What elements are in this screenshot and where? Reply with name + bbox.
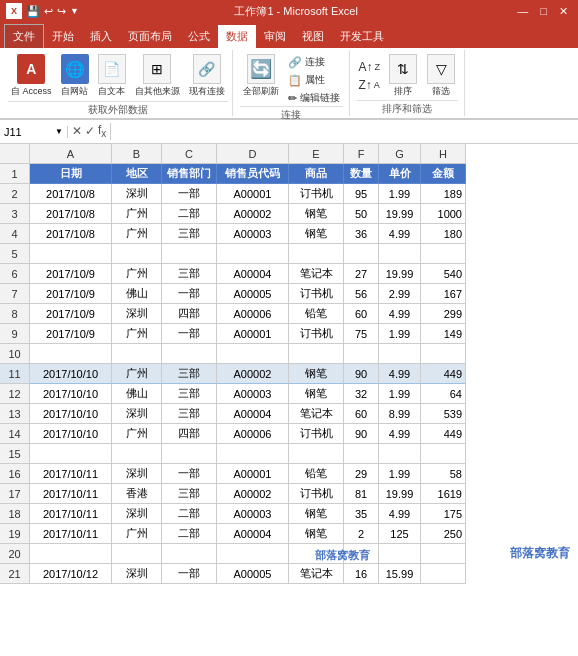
col-header-b[interactable]: B xyxy=(112,144,162,164)
data-cell[interactable]: 2017/10/9 xyxy=(30,264,112,284)
data-cell[interactable]: 一部 xyxy=(162,184,217,204)
data-cell[interactable]: 449 xyxy=(421,364,466,384)
data-cell[interactable]: 4.99 xyxy=(379,504,421,524)
btn-other-sources[interactable]: ⊞ 自其他来源 xyxy=(132,52,183,100)
formula-input[interactable] xyxy=(111,126,578,138)
data-cell[interactable] xyxy=(112,444,162,464)
row-header-13[interactable]: 13 xyxy=(0,404,30,424)
data-cell[interactable]: 90 xyxy=(344,364,379,384)
data-cell[interactable]: 订书机 xyxy=(289,424,344,444)
data-cell[interactable]: 2017/10/8 xyxy=(30,184,112,204)
data-cell[interactable]: 175 xyxy=(421,504,466,524)
data-cell[interactable]: 250 xyxy=(421,524,466,544)
data-cell[interactable]: 8.99 xyxy=(379,404,421,424)
data-cell[interactable]: 佛山 xyxy=(112,384,162,404)
data-cell[interactable]: 地区 xyxy=(112,164,162,184)
data-cell[interactable]: 2017/10/10 xyxy=(30,384,112,404)
data-cell[interactable]: 36 xyxy=(344,224,379,244)
data-cell[interactable] xyxy=(379,444,421,464)
data-cell[interactable]: 1000 xyxy=(421,204,466,224)
btn-sort[interactable]: ⇅ 排序 xyxy=(386,52,420,100)
data-cell[interactable]: A00006 xyxy=(217,304,289,324)
btn-sort-za[interactable]: Z↑ A xyxy=(357,77,383,93)
data-cell[interactable]: 金额 xyxy=(421,164,466,184)
data-cell[interactable]: 64 xyxy=(421,384,466,404)
data-cell[interactable]: 2017/10/9 xyxy=(30,324,112,344)
row-header-8[interactable]: 8 xyxy=(0,304,30,324)
data-cell[interactable]: 一部 xyxy=(162,564,217,584)
data-cell[interactable] xyxy=(344,244,379,264)
data-cell[interactable]: 32 xyxy=(344,384,379,404)
data-cell[interactable]: 三部 xyxy=(162,264,217,284)
data-cell[interactable]: 三部 xyxy=(162,484,217,504)
data-cell[interactable]: 深圳 xyxy=(112,564,162,584)
data-cell[interactable]: 4.99 xyxy=(379,364,421,384)
btn-refresh-all[interactable]: 🔄 全部刷新 xyxy=(240,52,282,100)
data-cell[interactable]: 1.99 xyxy=(379,464,421,484)
row-header-17[interactable]: 17 xyxy=(0,484,30,504)
data-cell[interactable]: 2017/10/11 xyxy=(30,504,112,524)
data-cell[interactable]: 深圳 xyxy=(112,504,162,524)
data-cell[interactable]: 2017/10/8 xyxy=(30,204,112,224)
data-cell[interactable]: 75 xyxy=(344,324,379,344)
data-cell[interactable] xyxy=(421,444,466,464)
data-cell[interactable]: 笔记本 xyxy=(289,404,344,424)
data-cell[interactable]: 二部 xyxy=(162,504,217,524)
data-cell[interactable]: 订书机 xyxy=(289,284,344,304)
row-header-14[interactable]: 14 xyxy=(0,424,30,444)
data-cell[interactable]: 299 xyxy=(421,304,466,324)
data-cell[interactable] xyxy=(30,544,112,564)
row-header-1[interactable]: 1 xyxy=(0,164,30,184)
row-header-20[interactable]: 20 xyxy=(0,544,30,564)
row-header-18[interactable]: 18 xyxy=(0,504,30,524)
data-cell[interactable]: 日期 xyxy=(30,164,112,184)
data-cell[interactable]: 深圳 xyxy=(112,184,162,204)
quick-access-save[interactable]: 💾 xyxy=(26,5,40,18)
data-cell[interactable] xyxy=(217,444,289,464)
data-cell[interactable]: 1.99 xyxy=(379,184,421,204)
quick-access-redo[interactable]: ↪ xyxy=(57,5,66,18)
tab-developer[interactable]: 开发工具 xyxy=(332,25,392,48)
col-header-h[interactable]: H xyxy=(421,144,466,164)
data-cell[interactable] xyxy=(289,444,344,464)
data-cell[interactable]: 单价 xyxy=(379,164,421,184)
data-cell[interactable]: 2017/10/10 xyxy=(30,364,112,384)
data-cell[interactable]: 数量 xyxy=(344,164,379,184)
confirm-btn[interactable]: ✓ xyxy=(85,124,95,138)
data-cell[interactable]: 三部 xyxy=(162,384,217,404)
btn-existing-connections[interactable]: 🔗 现有连接 xyxy=(186,52,228,100)
data-cell[interactable]: 4.99 xyxy=(379,424,421,444)
tab-home[interactable]: 开始 xyxy=(44,25,82,48)
data-cell[interactable]: A00003 xyxy=(217,504,289,524)
data-cell[interactable] xyxy=(344,344,379,364)
data-cell[interactable]: A00006 xyxy=(217,424,289,444)
data-cell[interactable]: 2017/10/12 xyxy=(30,564,112,584)
data-cell[interactable]: A00002 xyxy=(217,204,289,224)
data-cell[interactable]: 1.99 xyxy=(379,384,421,404)
data-cell[interactable]: A00003 xyxy=(217,384,289,404)
data-cell[interactable]: 部落窝教育 xyxy=(421,544,466,564)
data-cell[interactable]: 539 xyxy=(421,404,466,424)
data-cell[interactable]: 1.99 xyxy=(379,324,421,344)
data-cell[interactable]: 4.99 xyxy=(379,224,421,244)
data-cell[interactable] xyxy=(379,244,421,264)
data-cell[interactable]: 19.99 xyxy=(379,204,421,224)
row-header-11[interactable]: 11 xyxy=(0,364,30,384)
cell-ref-box[interactable]: J11 ▼ xyxy=(0,126,68,138)
data-cell[interactable]: 三部 xyxy=(162,404,217,424)
cancel-btn[interactable]: ✕ xyxy=(72,124,82,138)
data-cell[interactable]: 三部 xyxy=(162,224,217,244)
data-cell[interactable]: 钢笔 xyxy=(289,204,344,224)
data-cell[interactable]: 深圳 xyxy=(112,464,162,484)
data-cell[interactable]: 90 xyxy=(344,424,379,444)
data-cell[interactable]: A00004 xyxy=(217,264,289,284)
data-cell[interactable]: 钢笔 xyxy=(289,224,344,244)
data-cell[interactable]: 2017/10/9 xyxy=(30,284,112,304)
tab-review[interactable]: 审阅 xyxy=(256,25,294,48)
data-cell[interactable]: 15.99 xyxy=(379,564,421,584)
data-cell[interactable]: A00005 xyxy=(217,284,289,304)
data-cell[interactable]: 广州 xyxy=(112,224,162,244)
data-cell[interactable]: A00004 xyxy=(217,404,289,424)
data-cell[interactable] xyxy=(30,444,112,464)
data-cell[interactable] xyxy=(217,344,289,364)
